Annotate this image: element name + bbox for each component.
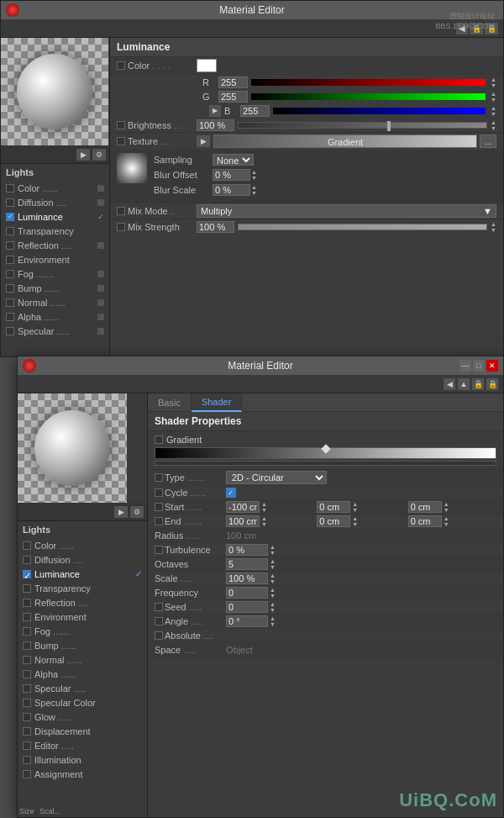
tab-shader[interactable]: Shader	[192, 393, 242, 412]
b-mat-editor[interactable]: Editor .....	[18, 738, 147, 752]
b-mat-diffusion[interactable]: Diffusion ....	[18, 552, 147, 567]
minimize-btn[interactable]: —	[459, 360, 471, 372]
b-mat-specular[interactable]: Specular .....	[18, 681, 147, 695]
b-mat-fog[interactable]: Fog .......	[18, 624, 147, 638]
mat-check-fog[interactable]	[6, 270, 14, 278]
angle-down[interactable]: ▼	[270, 621, 276, 627]
maximize-btn[interactable]: □	[473, 360, 485, 372]
mat-check-transparency[interactable]	[6, 227, 14, 235]
end-y-input[interactable]	[317, 515, 350, 527]
b-mat-bump[interactable]: Bump ......	[18, 638, 147, 652]
nav-arrow-left-bottom[interactable]: ◀	[444, 378, 455, 390]
g-bar[interactable]	[251, 93, 486, 100]
b-check-specular-color[interactable]	[23, 699, 31, 707]
r-input[interactable]	[218, 77, 248, 88]
b-play-icon[interactable]: ▶	[209, 105, 221, 117]
b-mat-displacement[interactable]: Displacement	[18, 724, 147, 738]
seed-checkbox[interactable]	[155, 603, 163, 611]
nav-arrow-up-bottom[interactable]: ▲	[458, 378, 470, 390]
preview-sphere-bottom[interactable]	[18, 393, 127, 503]
scale-input[interactable]	[226, 573, 268, 584]
mix-strength-bar[interactable]	[238, 224, 487, 230]
start-y-input[interactable]	[317, 501, 350, 513]
end-x-up[interactable]: ▲	[261, 515, 267, 521]
b-mat-illumination[interactable]: Illumination	[18, 752, 147, 767]
mat-item-alpha[interactable]: Alpha ......	[1, 309, 109, 324]
blur-scale-up[interactable]: ▲	[251, 184, 257, 190]
b-check-diffusion[interactable]	[23, 556, 31, 564]
more-btn[interactable]: ...	[480, 135, 496, 148]
brightness-input[interactable]	[197, 119, 234, 131]
b-check-reflection-b[interactable]	[23, 599, 31, 607]
b-check-environment[interactable]	[23, 613, 31, 621]
scale-up[interactable]: ▲	[270, 573, 276, 578]
mat-check-reflection[interactable]	[6, 241, 14, 250]
gradient-checkbox[interactable]	[155, 435, 163, 444]
b-check-luminance[interactable]: ✓	[23, 570, 31, 578]
close-btn[interactable]: ✕	[486, 360, 498, 372]
mat-item-diffusion[interactable]: Diffusion ....	[1, 195, 109, 209]
scale-down[interactable]: ▼	[270, 578, 276, 584]
b-down[interactable]: ▼	[491, 111, 496, 117]
b-mat-assignment[interactable]: Assignment	[18, 767, 147, 781]
cycle-checkbox[interactable]	[155, 488, 163, 497]
b-check-fog[interactable]	[23, 627, 31, 636]
mat-item-environment[interactable]: Environment	[1, 252, 109, 267]
mat-check-normal[interactable]	[6, 298, 14, 307]
sidebar-settings-btn-b[interactable]: ⚙	[130, 506, 144, 518]
mat-item-bump[interactable]: Bump ......	[1, 281, 109, 295]
sidebar-tool-btn[interactable]: ▶	[76, 149, 90, 161]
type-select[interactable]: 2D - Circular	[226, 471, 327, 484]
blur-offset-up[interactable]: ▲	[251, 169, 257, 175]
b-check-displacement[interactable]	[23, 727, 31, 736]
frequency-input[interactable]	[226, 587, 268, 599]
end-x-input[interactable]	[226, 515, 260, 527]
type-checkbox[interactable]	[155, 473, 163, 482]
b-check-transparency[interactable]	[23, 584, 31, 593]
g-down[interactable]: ▼	[491, 97, 496, 103]
texture-checkbox[interactable]	[117, 137, 125, 145]
mat-check-color[interactable]	[6, 184, 14, 193]
b-mat-specular-color[interactable]: Specular Color	[18, 695, 147, 710]
b-check-alpha[interactable]	[23, 670, 31, 678]
end-z-input[interactable]	[408, 515, 442, 527]
angle-up[interactable]: ▲	[270, 615, 276, 621]
turb-up[interactable]: ▲	[270, 544, 276, 550]
end-y-down[interactable]: ▼	[352, 521, 358, 527]
absolute-checkbox[interactable]	[155, 631, 163, 640]
blur-offset-down[interactable]: ▼	[251, 175, 257, 181]
r-down[interactable]: ▼	[491, 82, 496, 88]
oct-up[interactable]: ▲	[270, 558, 276, 564]
brightness-checkbox[interactable]	[117, 121, 125, 129]
brightness-up[interactable]: ▲	[491, 119, 496, 125]
r-bar[interactable]	[251, 79, 486, 86]
color-swatch[interactable]	[197, 59, 217, 72]
b-input[interactable]	[240, 105, 270, 117]
mix-mode-checkbox[interactable]	[117, 207, 125, 215]
cycle-check[interactable]: ✓	[226, 488, 236, 498]
mat-item-specular[interactable]: Specular .....	[1, 324, 109, 338]
turbulence-checkbox[interactable]	[155, 546, 163, 554]
mix-str-up[interactable]: ▲	[491, 221, 496, 227]
mat-check-luminance[interactable]: ✓	[6, 213, 14, 221]
b-up[interactable]: ▲	[491, 105, 496, 111]
g-up[interactable]: ▲	[491, 91, 496, 97]
blur-scale-input[interactable]	[213, 184, 250, 196]
b-check-editor[interactable]	[23, 741, 31, 750]
mat-check-bump[interactable]	[6, 284, 14, 293]
b-check-illumination[interactable]	[23, 756, 31, 764]
b-mat-glow[interactable]: Glow ......	[18, 710, 147, 724]
sidebar-tool-btn-b[interactable]: ▶	[114, 506, 128, 518]
angle-input[interactable]	[226, 615, 268, 627]
gradient-btn[interactable]: Gradient	[213, 135, 477, 148]
mat-check-specular[interactable]	[6, 327, 14, 335]
brightness-down[interactable]: ▼	[491, 125, 496, 131]
oct-down[interactable]: ▼	[270, 564, 276, 570]
gradient-preview[interactable]	[117, 153, 147, 183]
mat-item-normal[interactable]: Normal ......	[1, 295, 109, 309]
freq-up[interactable]: ▲	[270, 587, 276, 593]
b-check-bump[interactable]	[23, 641, 31, 650]
seed-input[interactable]	[226, 601, 268, 613]
b-mat-environment[interactable]: Environment	[18, 610, 147, 624]
b-mat-alpha[interactable]: Alpha ......	[18, 667, 147, 681]
